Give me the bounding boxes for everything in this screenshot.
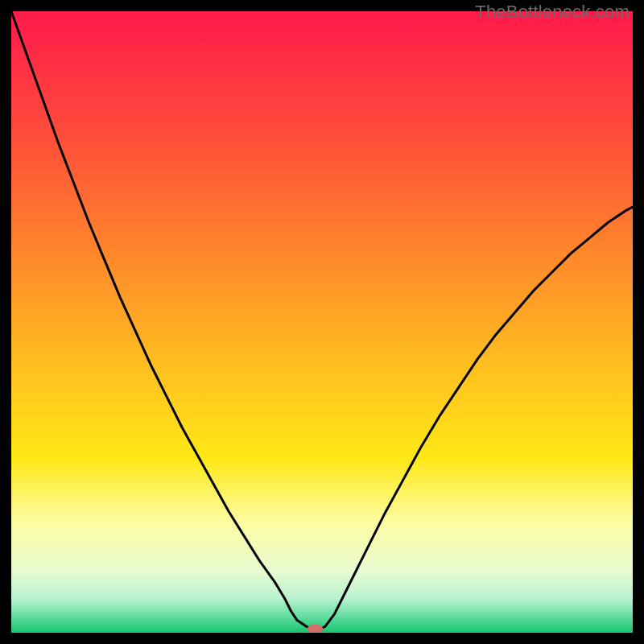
chart-frame	[11, 11, 633, 633]
bottleneck-chart	[11, 11, 633, 633]
gradient-background	[11, 11, 633, 633]
watermark-text: TheBottleneck.com	[475, 2, 630, 23]
